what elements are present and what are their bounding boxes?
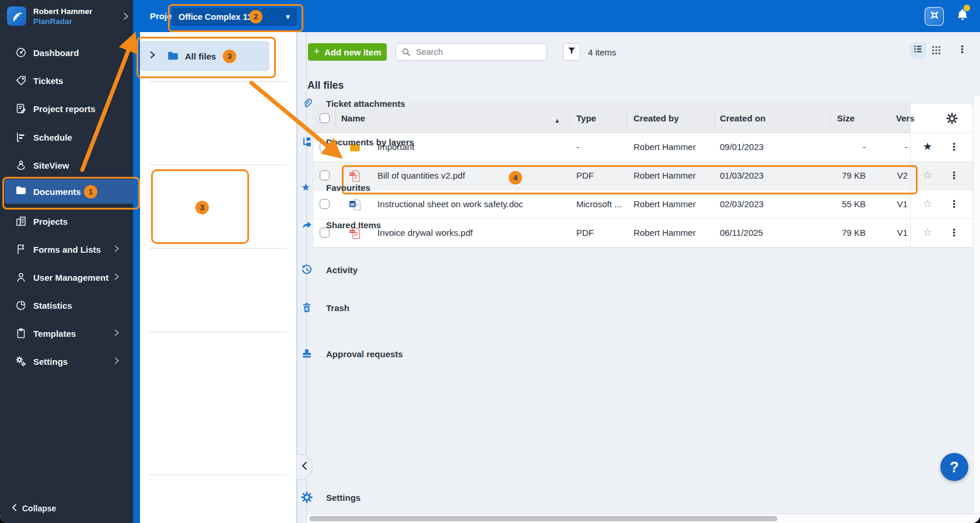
sort-ascending-icon[interactable] xyxy=(555,114,559,124)
word-file-icon: W xyxy=(349,198,361,211)
chevron-right-icon xyxy=(114,356,120,367)
panel-item-favourites[interactable]: ★ Favourites xyxy=(140,176,296,199)
sidebar-item-statistics[interactable]: Statistics xyxy=(0,292,133,318)
sidebar-item-settings[interactable]: Settings xyxy=(0,348,133,374)
file-name[interactable]: Invoice drywal works.pdf xyxy=(377,228,473,238)
header-divider xyxy=(569,109,570,128)
file-created-on: 01/03/2023 xyxy=(720,170,764,180)
column-header-type[interactable]: Type xyxy=(576,113,596,123)
row-menu-button[interactable] xyxy=(949,169,959,181)
panel-item-trash[interactable]: Trash xyxy=(140,296,296,319)
panel-item-settings[interactable]: Settings xyxy=(140,486,296,509)
column-header-size[interactable]: Size xyxy=(837,113,855,123)
sidebar-item-templates[interactable]: Templates xyxy=(0,320,133,346)
sidebar-item-dashboard[interactable]: Dashboard xyxy=(0,40,133,65)
panel-item-shared-items[interactable]: Shared Items xyxy=(140,213,296,236)
star-icon[interactable] xyxy=(922,226,933,238)
file-name[interactable]: Bill of quantities v2.pdf xyxy=(377,170,465,180)
panel-item-activity[interactable]: Activity xyxy=(140,258,296,281)
planradar-logo[interactable] xyxy=(7,6,26,26)
column-header-created-by[interactable]: Created by xyxy=(634,113,679,123)
sidebar-item-label: User Management xyxy=(33,273,108,283)
row-checkbox[interactable] xyxy=(320,170,330,180)
list-view-icon xyxy=(913,44,923,57)
row-menu-button[interactable] xyxy=(949,141,959,152)
flag-icon xyxy=(15,243,27,255)
sidebar-item-label: SiteView xyxy=(33,161,69,170)
panel-item-ticket-attachments[interactable]: Ticket attachments xyxy=(140,92,296,115)
sidebar-item-forms-and-lists[interactable]: Forms and Lists xyxy=(0,236,133,262)
help-label: ? xyxy=(950,459,958,476)
search-icon xyxy=(402,48,411,57)
notification-dot xyxy=(964,5,970,11)
chevron-right-icon[interactable] xyxy=(123,12,129,23)
annotation-badge-3b: 3 xyxy=(195,201,209,214)
list-view-button[interactable] xyxy=(910,42,926,58)
table-row[interactable]: PDF Bill of quantities v2.pdf PDF Robert… xyxy=(313,162,973,190)
annotation-badge-4: 4 xyxy=(509,171,522,184)
sidebar-collapse-button[interactable]: Collapse xyxy=(12,501,56,516)
gear-icon xyxy=(301,491,313,503)
column-settings-gear-icon[interactable] xyxy=(946,113,958,127)
panel-divider xyxy=(149,248,287,249)
sidebar-item-documents[interactable]: Documents 1 xyxy=(5,179,134,204)
gears-icon xyxy=(15,355,27,367)
row-menu-button[interactable] xyxy=(949,226,959,238)
star-icon[interactable] xyxy=(922,197,933,210)
chevron-right-icon[interactable] xyxy=(149,51,156,61)
filter-button[interactable] xyxy=(563,43,580,61)
chevron-right-icon xyxy=(114,328,120,339)
chevron-right-icon xyxy=(114,272,120,283)
tag-icon xyxy=(15,75,27,86)
shared-items-label: Shared Items xyxy=(326,220,381,230)
help-button[interactable]: ? xyxy=(940,453,968,481)
select-all-checkbox[interactable] xyxy=(320,113,330,123)
panel-item-approval-requests[interactable]: Approval requests xyxy=(140,342,296,365)
horizontal-scrollbar-thumb[interactable] xyxy=(309,516,778,521)
sidebar-item-tickets[interactable]: Tickets xyxy=(0,68,133,93)
sidebar-item-label: Projects xyxy=(33,217,68,226)
row-checkbox[interactable] xyxy=(320,199,330,209)
more-options-button[interactable] xyxy=(957,43,967,55)
ticket-attachments-label: Ticket attachments xyxy=(326,99,405,109)
file-version: - xyxy=(867,142,908,152)
grid-view-icon xyxy=(931,47,942,57)
star-icon[interactable] xyxy=(922,169,933,181)
project-dropdown[interactable]: Office Complex 11 2 ▼ xyxy=(172,8,297,26)
gantt-icon xyxy=(15,131,27,143)
chevron-left-icon xyxy=(302,461,307,473)
sidebar-item-label: Settings xyxy=(33,357,68,367)
panel-item-all-files[interactable]: All files 3 xyxy=(140,41,270,71)
row-menu-button[interactable] xyxy=(949,198,959,210)
table-row[interactable]: PDF Invoice drywal works.pdf PDF Robert … xyxy=(313,219,973,247)
column-header-name[interactable]: Name xyxy=(341,113,365,123)
sidebar-item-project-reports[interactable]: Project reports xyxy=(0,96,133,121)
column-header-created-on[interactable]: Created on xyxy=(720,113,765,123)
add-new-item-button[interactable]: + Add new item xyxy=(308,43,387,61)
app-switcher-button[interactable] xyxy=(925,7,944,26)
sidebar-item-label: Forms and Lists xyxy=(33,245,101,254)
history-icon xyxy=(301,264,313,276)
sidebar-item-siteview[interactable]: SiteView xyxy=(0,152,133,178)
file-type: PDF xyxy=(576,170,594,180)
sidebar-item-user-management[interactable]: User Management xyxy=(0,264,133,290)
trash-icon xyxy=(301,302,313,313)
column-header-version[interactable]: Vers xyxy=(896,113,915,123)
chevron-left-icon xyxy=(12,504,17,513)
page-title: All files xyxy=(307,79,344,92)
user-name: Robert Hammer xyxy=(33,7,92,16)
star-filled-icon[interactable] xyxy=(922,140,933,152)
vertical-scrollbar-track[interactable] xyxy=(973,96,980,514)
table-row[interactable]: W Instructional sheet on work safety.doc… xyxy=(313,190,973,219)
panel-item-documents-by-layers[interactable]: Documents by layers xyxy=(140,130,296,154)
pie-chart-icon xyxy=(15,299,27,311)
file-size: 79 KB xyxy=(792,228,866,238)
search-input[interactable] xyxy=(415,47,547,57)
svg-text:PDF: PDF xyxy=(349,173,355,176)
file-version: V1 xyxy=(867,228,908,238)
clipboard-icon xyxy=(15,327,27,339)
file-name[interactable]: Instructional sheet on work safety.doc xyxy=(377,199,523,209)
sidebar-item-projects[interactable]: Projects xyxy=(0,208,133,234)
sidebar-item-schedule[interactable]: Schedule xyxy=(0,124,133,150)
grid-view-button[interactable] xyxy=(931,45,942,55)
